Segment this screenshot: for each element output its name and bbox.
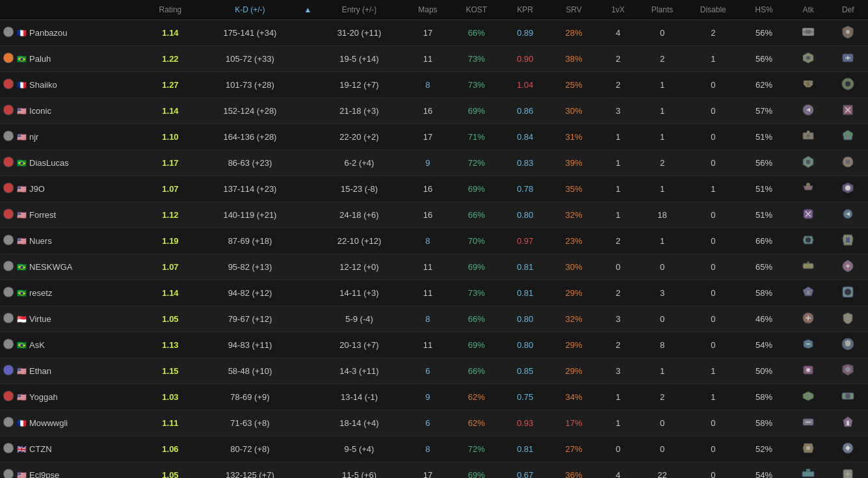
player-kpr: 0.78 bbox=[501, 176, 549, 202]
player-icon bbox=[3, 442, 14, 456]
col-header-maps[interactable]: Maps bbox=[404, 0, 453, 20]
player-name-cell[interactable]: 🇺🇸 njr bbox=[0, 124, 142, 150]
player-srv: 30% bbox=[549, 98, 598, 124]
col-header-kpr[interactable]: KPR bbox=[501, 0, 549, 20]
player-kpr: 0.80 bbox=[501, 332, 549, 358]
table-row[interactable]: 🇧🇷 DiasLucas 1.17 86-63 (+23) 6-2 (+4) 9… bbox=[0, 150, 868, 176]
col-header-def[interactable]: Def bbox=[828, 0, 868, 20]
player-entry: 21-18 (+3) bbox=[315, 98, 403, 124]
col-header-hs[interactable]: HS% bbox=[740, 0, 789, 20]
col-header-kost[interactable]: KOST bbox=[452, 0, 501, 20]
player-hs: 46% bbox=[740, 306, 789, 332]
player-name-cell[interactable]: 🇧🇷 DiasLucas bbox=[0, 150, 142, 176]
player-atk-icon bbox=[788, 332, 828, 358]
col-header-rating[interactable]: Rating bbox=[142, 0, 199, 20]
player-def-icon bbox=[828, 254, 868, 280]
player-kd: 175-141 (+34) bbox=[199, 20, 300, 46]
col-header-kd[interactable]: K-D (+/-) bbox=[199, 0, 300, 20]
player-flag: 🇫🇷 bbox=[17, 28, 27, 38]
table-row[interactable]: 🇫🇷 Panbazou 1.14 175-141 (+34) 31-20 (+1… bbox=[0, 20, 868, 46]
player-name-cell[interactable]: 🇸🇬 Virtue bbox=[0, 306, 142, 332]
table-row[interactable]: 🇧🇷 Paluh 1.22 105-72 (+33) 19-5 (+14) 11… bbox=[0, 46, 868, 72]
player-name: Yoggah bbox=[29, 392, 58, 402]
player-kost: 69% bbox=[452, 98, 501, 124]
player-srv: 36% bbox=[549, 462, 598, 479]
svg-point-31 bbox=[806, 237, 811, 243]
table-row[interactable]: 🇺🇸 Forrest 1.12 140-119 (+21) 24-18 (+6)… bbox=[0, 202, 868, 228]
player-name-cell[interactable]: 🇧🇷 resetz bbox=[0, 280, 142, 306]
player-def-icon bbox=[828, 176, 868, 202]
player-disable: 0 bbox=[687, 228, 740, 254]
table-row[interactable]: 🇧🇷 resetz 1.14 94-82 (+12) 14-11 (+3) 11… bbox=[0, 280, 868, 306]
svg-point-51 bbox=[845, 393, 850, 399]
player-atk-icon bbox=[788, 462, 828, 479]
player-icon bbox=[3, 390, 14, 404]
svg-rect-17 bbox=[807, 131, 809, 133]
table-row[interactable]: 🇫🇷 Mowwwgli 1.11 71-63 (+8) 18-14 (+4) 6… bbox=[0, 410, 868, 436]
player-name-cell[interactable]: 🇫🇷 Mowwwgli bbox=[0, 410, 142, 436]
col-header-srv[interactable]: SRV bbox=[549, 0, 598, 20]
player-flag: 🇺🇸 bbox=[17, 470, 27, 478]
col-header-plants[interactable]: Plants bbox=[638, 0, 687, 20]
svg-point-48 bbox=[3, 391, 14, 401]
player-name-cell[interactable]: 🇫🇷 Shaiiko bbox=[0, 72, 142, 98]
table-row[interactable]: 🇺🇸 Iconic 1.14 152-124 (+28) 21-18 (+3) … bbox=[0, 98, 868, 124]
player-name-cell[interactable]: 🇺🇸 Nuers bbox=[0, 228, 142, 254]
table-row[interactable]: 🇸🇬 Virtue 1.05 79-67 (+12) 5-9 (-4) 8 66… bbox=[0, 306, 868, 332]
player-icon bbox=[3, 260, 14, 274]
player-def-icon bbox=[828, 228, 868, 254]
player-icon bbox=[3, 156, 14, 170]
table-row[interactable]: 🇧🇷 NESKWGA 1.07 95-82 (+13) 12-12 (+0) 1… bbox=[0, 254, 868, 280]
player-1vx: 3 bbox=[598, 358, 638, 384]
player-name-cell[interactable]: 🇺🇸 Iconic bbox=[0, 98, 142, 124]
player-name-cell[interactable]: 🇧🇷 NESKWGA bbox=[0, 254, 142, 280]
player-disable: 0 bbox=[687, 98, 740, 124]
col-header-entry[interactable]: Entry (+/-) bbox=[315, 0, 403, 20]
player-name-cell[interactable]: 🇺🇸 Forrest bbox=[0, 202, 142, 228]
player-plants: 8 bbox=[638, 332, 687, 358]
table-row[interactable]: 🇫🇷 Shaiiko 1.27 101-73 (+28) 19-12 (+7) … bbox=[0, 72, 868, 98]
col-header-atk[interactable]: Atk bbox=[788, 0, 828, 20]
player-plants: 0 bbox=[638, 254, 687, 280]
table-row[interactable]: 🇬🇧 CTZN 1.06 80-72 (+8) 9-5 (+4) 8 72% 0… bbox=[0, 436, 868, 462]
table-row[interactable]: 🇺🇸 Yoggah 1.03 78-69 (+9) 13-14 (-1) 9 6… bbox=[0, 384, 868, 410]
player-name-cell[interactable]: 🇧🇷 Paluh bbox=[0, 46, 142, 72]
player-name-cell[interactable]: 🇧🇷 AsK bbox=[0, 332, 142, 358]
col-header-disable[interactable]: Disable bbox=[687, 0, 740, 20]
player-kpr: 0.81 bbox=[501, 436, 549, 462]
player-hs: 52% bbox=[740, 436, 789, 462]
player-maps: 6 bbox=[404, 358, 453, 384]
player-flag: 🇺🇸 bbox=[17, 184, 27, 194]
table-row[interactable]: 🇺🇸 Ecl9pse 1.05 132-125 (+7) 11-5 (+6) 1… bbox=[0, 462, 868, 479]
player-kost: 71% bbox=[452, 124, 501, 150]
table-row[interactable]: 🇺🇸 Ethan 1.15 58-48 (+10) 14-3 (+11) 6 6… bbox=[0, 358, 868, 384]
table-row[interactable]: 🇺🇸 njr 1.10 164-136 (+28) 22-20 (+2) 17 … bbox=[0, 124, 868, 150]
player-entry: 11-5 (+6) bbox=[315, 462, 403, 479]
player-name-cell[interactable]: 🇫🇷 Panbazou bbox=[0, 20, 142, 46]
player-name-cell[interactable]: 🇺🇸 Ecl9pse bbox=[0, 462, 142, 479]
table-row[interactable]: 🇧🇷 AsK 1.13 94-83 (+11) 20-13 (+7) 11 69… bbox=[0, 332, 868, 358]
player-1vx: 1 bbox=[598, 150, 638, 176]
player-flag: 🇧🇷 bbox=[17, 54, 27, 64]
col-header-1vx[interactable]: 1vX bbox=[598, 0, 638, 20]
player-maps: 11 bbox=[404, 332, 453, 358]
player-icon bbox=[3, 286, 14, 300]
player-name-cell[interactable]: 🇺🇸 Ethan bbox=[0, 358, 142, 384]
player-rating: 1.03 bbox=[142, 384, 199, 410]
svg-point-22 bbox=[3, 183, 14, 193]
player-name-cell[interactable]: 🇺🇸 Yoggah bbox=[0, 384, 142, 410]
player-atk-icon bbox=[788, 202, 828, 228]
player-kd: 78-69 (+9) bbox=[199, 384, 300, 410]
player-entry: 12-12 (+0) bbox=[315, 254, 403, 280]
player-maps: 11 bbox=[404, 280, 453, 306]
player-disable: 0 bbox=[687, 124, 740, 150]
table-row[interactable]: 🇺🇸 Nuers 1.19 87-69 (+18) 22-10 (+12) 8 … bbox=[0, 228, 868, 254]
svg-point-12 bbox=[3, 105, 14, 115]
svg-rect-59 bbox=[802, 471, 814, 477]
player-arrow bbox=[301, 228, 315, 254]
player-entry: 20-13 (+7) bbox=[315, 332, 403, 358]
table-row[interactable]: 🇺🇸 J9O 1.07 137-114 (+23) 15-23 (-8) 16 … bbox=[0, 176, 868, 202]
player-name-cell[interactable]: 🇬🇧 CTZN bbox=[0, 436, 142, 462]
player-name-cell[interactable]: 🇺🇸 J9O bbox=[0, 176, 142, 202]
player-1vx: 1 bbox=[598, 384, 638, 410]
